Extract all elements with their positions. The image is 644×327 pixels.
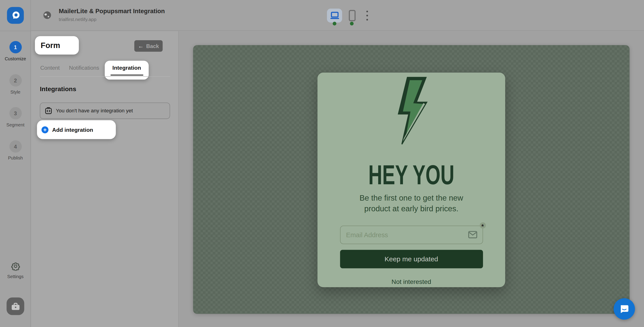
chat-launcher-button[interactable]: [614, 298, 635, 320]
step-number-badge: 1: [9, 41, 22, 53]
gear-icon: [11, 262, 20, 271]
submit-button[interactable]: Keep me updated: [340, 250, 483, 269]
step-label: Style: [0, 89, 31, 94]
chat-bubble-icon: [619, 304, 630, 314]
step-number-badge: 4: [9, 140, 22, 153]
step-label: Customize: [0, 56, 31, 61]
form-settings-panel: Form ← Back Content Notifications Integr…: [31, 31, 179, 327]
panel-title: Form: [41, 41, 60, 50]
active-tab-underline: [110, 75, 143, 76]
integration-icon: [45, 107, 52, 114]
integrations-section-title: Integrations: [40, 85, 76, 93]
panel-tabs: Content Notifications Integration: [31, 62, 179, 77]
kebab-dot: [366, 15, 368, 16]
app-window: 1 Customize 2 Style 3 Segment 4 Publish …: [0, 0, 644, 327]
popup-subtitle: Be the first one to get the new product …: [348, 193, 475, 214]
empty-state-message: You don't have any integration yet: [56, 108, 133, 114]
popup-heading: HEY YOU: [350, 163, 473, 186]
mobile-preview-toggle[interactable]: [346, 9, 358, 22]
add-integration-button[interactable]: + Add integration: [37, 120, 116, 139]
desktop-active-dot: [333, 22, 336, 25]
lightning-bolt-icon: [394, 76, 428, 147]
settings-label: Settings: [0, 274, 31, 279]
popupsmart-logo[interactable]: [7, 7, 24, 24]
mobile-active-dot: [350, 22, 354, 25]
dismiss-link[interactable]: Not interested: [392, 278, 431, 286]
back-button[interactable]: ← Back: [134, 40, 163, 52]
desktop-icon: [330, 11, 340, 20]
popupsmart-logo-icon: [10, 10, 21, 21]
sidebar-step-publish[interactable]: 4 Publish: [0, 140, 31, 160]
campaign-title: MailerLite & Popupsmart Integration: [59, 7, 165, 14]
step-number-badge: 2: [9, 74, 22, 86]
back-arrow-icon: ←: [138, 43, 144, 49]
lightning-logo: [394, 76, 428, 148]
integration-empty-state: You don't have any integration yet: [40, 102, 170, 119]
email-field-row: *: [340, 226, 483, 244]
tab-integration[interactable]: Integration: [105, 61, 149, 79]
sidebar-step-segment[interactable]: 3 Segment: [0, 107, 31, 127]
required-asterisk: *: [480, 223, 486, 229]
step-label: Publish: [0, 155, 31, 160]
briefcase-icon: [11, 302, 20, 311]
step-label: Segment: [0, 122, 31, 127]
step-number-badge: 3: [9, 107, 22, 119]
top-header: MailerLite & Popupsmart Integration tria…: [31, 0, 644, 31]
desktop-preview-toggle[interactable]: [327, 9, 342, 22]
sidebar-divider: [0, 31, 31, 31]
tabs-divider: [40, 76, 170, 77]
sidebar-settings[interactable]: Settings: [0, 262, 31, 279]
plus-icon: +: [42, 126, 48, 133]
sidebar-step-style[interactable]: 2 Style: [0, 74, 31, 94]
form-title-highlight: Form: [35, 36, 79, 55]
tab-content[interactable]: Content: [40, 65, 60, 71]
kebab-menu-button[interactable]: [364, 10, 371, 21]
kebab-dot: [366, 11, 368, 12]
popup-card: HEY YOU Be the first one to get the new …: [318, 73, 505, 287]
globe-icon: [43, 11, 52, 20]
campaign-url: trialfirst.netlify.app: [59, 17, 96, 22]
kebab-dot: [366, 19, 368, 20]
popup-preview-stage: HEY YOU Be the first one to get the new …: [193, 45, 630, 314]
sidebar-step-customize[interactable]: 1 Customize: [0, 41, 31, 61]
mail-icon: [468, 231, 477, 238]
step-sidebar: 1 Customize 2 Style 3 Segment 4 Publish …: [0, 0, 31, 327]
workspace-button[interactable]: [6, 298, 24, 315]
tab-notifications[interactable]: Notifications: [69, 65, 99, 71]
email-input[interactable]: [340, 226, 483, 244]
mobile-icon: [348, 10, 355, 21]
